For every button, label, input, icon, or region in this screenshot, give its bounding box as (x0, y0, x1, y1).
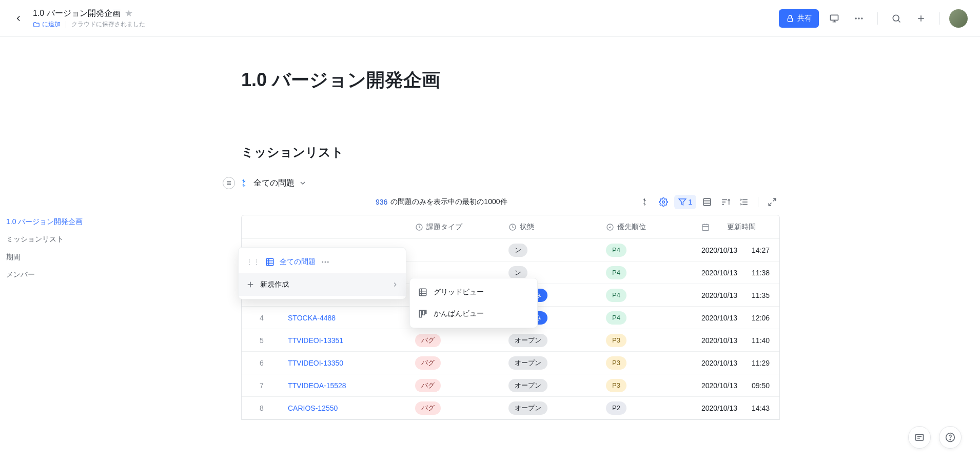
plus-icon[interactable] (912, 9, 930, 28)
save-status: クラウドに保存されました (71, 20, 145, 29)
updated-time: 11:40 (752, 336, 770, 345)
search-icon[interactable] (887, 9, 906, 28)
settings-icon[interactable] (656, 194, 671, 210)
more-icon[interactable] (850, 9, 868, 28)
drag-handle-icon[interactable]: ⋮⋮ (246, 258, 260, 266)
add-to-folder-link[interactable]: に追加 (33, 20, 61, 29)
status-badge: オープン (508, 401, 547, 415)
layout-icon[interactable] (699, 194, 715, 210)
issue-count[interactable]: 936 (376, 198, 387, 206)
status-badge: ン (508, 244, 527, 257)
block-title[interactable]: 全ての問題 (253, 178, 295, 189)
toc-item[interactable]: メンバー (6, 266, 179, 283)
star-icon[interactable]: ★ (125, 8, 133, 19)
doc-meta: 1.0 バージョン開発企画 ★ に追加 クラウドに保存されました (33, 8, 145, 29)
view-item-new[interactable]: 新規作成 (239, 273, 406, 296)
share-button[interactable]: 共有 (779, 9, 819, 28)
row-height-icon[interactable] (736, 194, 752, 210)
updated-time: 11:38 (752, 269, 770, 277)
jira-sync-icon[interactable] (637, 194, 653, 210)
status-badge: ン (508, 266, 527, 279)
block-toggle-icon[interactable] (223, 177, 235, 189)
svg-line-22 (773, 198, 776, 201)
priority-badge: P2 (606, 401, 626, 415)
table-row[interactable]: 5TTVIDEOI-13351バグオープンP32020/10/1311:40 (242, 329, 779, 352)
col-updated[interactable]: 更新時間 (727, 223, 756, 232)
filter-count: 1 (688, 198, 692, 206)
issue-key-link[interactable]: TTVIDEOI-13350 (288, 359, 343, 367)
row-index: 4 (242, 314, 282, 322)
feedback-icon[interactable] (908, 426, 931, 449)
toc-item[interactable]: 1.0 バージョン開発企画 (6, 213, 179, 230)
row-index: 6 (242, 359, 282, 367)
svg-rect-0 (788, 18, 792, 22)
new-view-label: 新規作成 (260, 280, 289, 289)
plus-icon (246, 280, 255, 289)
svg-point-36 (325, 261, 326, 263)
toc-item[interactable]: ミッションリスト (6, 230, 179, 248)
expand-icon[interactable] (765, 194, 780, 210)
svg-point-6 (861, 17, 863, 19)
updated-time: 11:29 (752, 359, 770, 367)
kanban-label: かんばんビュー (434, 309, 484, 318)
updated-date: 2020/10/13 (701, 314, 737, 322)
toc-item[interactable]: 期間 (6, 248, 179, 266)
priority-badge: P3 (606, 334, 626, 347)
submenu-kanban-view[interactable]: かんばんビュー (410, 303, 537, 325)
issue-key-link[interactable]: TTVIDEOA-15528 (288, 381, 346, 390)
issue-key-link[interactable]: CARIOS-12550 (288, 404, 338, 412)
present-icon[interactable] (825, 9, 844, 28)
updated-date: 2020/10/13 (701, 336, 737, 345)
views-dropdown: ⋮⋮ 全ての問題 新規作成 (238, 247, 406, 299)
issue-key-link[interactable]: STOCKA-4488 (288, 314, 336, 322)
type-badge: バグ (415, 334, 441, 347)
grid-label: グリッドビュー (434, 288, 484, 297)
section-title: ミッションリスト (241, 144, 836, 160)
sort-icon[interactable] (718, 194, 733, 210)
updated-date: 2020/10/13 (701, 269, 737, 277)
svg-point-14 (662, 201, 665, 204)
col-type[interactable]: 課題タイプ (426, 223, 462, 232)
priority-badge: P4 (606, 311, 626, 325)
updated-time: 09:50 (752, 381, 770, 390)
new-view-submenu: グリッドビュー かんばんビュー (409, 278, 538, 328)
svg-line-23 (769, 203, 771, 206)
view-item-all[interactable]: ⋮⋮ 全ての問題 (239, 251, 406, 273)
view-more-icon[interactable] (321, 257, 330, 267)
row-index: 8 (242, 404, 282, 412)
status-badge: オープン (508, 334, 547, 347)
filter-button[interactable]: 1 (674, 195, 696, 209)
status-badge: オープン (508, 379, 547, 392)
back-button[interactable] (12, 12, 25, 25)
svg-point-51 (950, 439, 951, 440)
help-icon[interactable] (939, 426, 962, 449)
table-row[interactable]: 8CARIOS-12550バグオープンP22020/10/1314:43 (242, 397, 779, 419)
updated-date: 2020/10/13 (701, 291, 737, 299)
col-priority[interactable]: 優先順位 (617, 223, 646, 232)
header-left: 1.0 バージョン開発企画 ★ に追加 クラウドに保存されました (12, 8, 145, 29)
avatar[interactable] (949, 9, 968, 28)
issue-key-link[interactable]: TTVIDEOI-13351 (288, 336, 343, 345)
doc-title: 1.0 バージョン開発企画 (33, 8, 121, 19)
svg-rect-46 (425, 310, 426, 313)
type-badge: バグ (415, 356, 441, 370)
svg-rect-40 (419, 289, 426, 296)
chevron-right-icon (391, 281, 399, 288)
updated-time: 14:27 (752, 246, 770, 254)
page-title: 1.0 バージョン開発企画 (241, 68, 836, 93)
header-right: 共有 (779, 9, 968, 28)
table-row[interactable]: 7TTVIDEOA-15528バグオープンP32020/10/1309:50 (242, 374, 779, 397)
updated-time: 11:35 (752, 291, 770, 299)
updated-date: 2020/10/13 (701, 359, 737, 367)
table-row[interactable]: 6TTVIDEOI-13350バグオープンP32020/10/1311:29 (242, 352, 779, 374)
col-status[interactable]: 状態 (520, 223, 534, 232)
updated-date: 2020/10/13 (701, 404, 737, 412)
chevron-down-icon[interactable] (299, 179, 307, 187)
separator (939, 12, 940, 25)
priority-badge: P4 (606, 266, 626, 279)
divider (66, 21, 66, 28)
svg-rect-27 (702, 224, 709, 230)
block-header: 全ての問題 (223, 177, 836, 189)
submenu-grid-view[interactable]: グリッドビュー (410, 281, 537, 303)
row-index: 7 (242, 381, 282, 390)
